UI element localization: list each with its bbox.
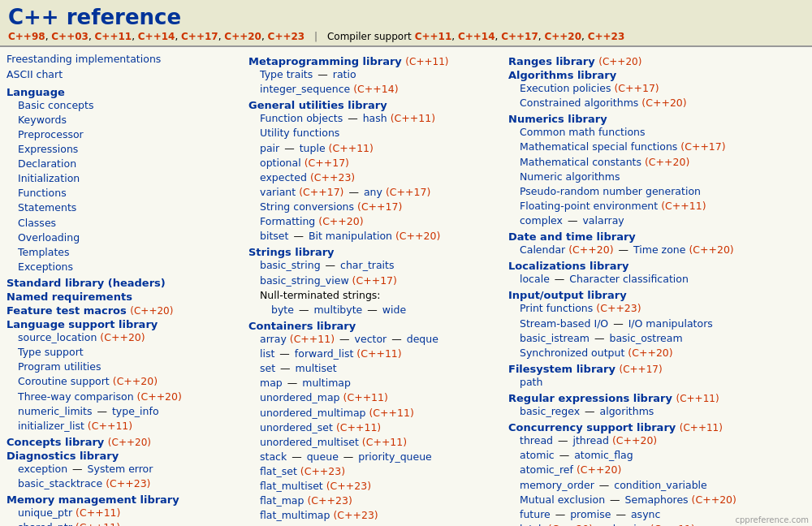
formatting-link[interactable]: Formatting (260, 215, 315, 227)
atomic-link[interactable]: atomic (520, 449, 555, 461)
expected-link[interactable]: expected (260, 171, 307, 183)
filesystem-title[interactable]: Filesystem library (C++17) (508, 363, 791, 375)
timezone-link[interactable]: Time zone (633, 244, 685, 256)
basic-string-link[interactable]: basic_string (260, 259, 321, 271)
special-functions-link[interactable]: Mathematical special functions (520, 140, 677, 153)
language-title[interactable]: Language (6, 86, 237, 98)
any-link[interactable]: any (364, 186, 382, 198)
functions-link[interactable]: Functions (18, 187, 67, 199)
basic-istream-link[interactable]: basic_istream (520, 332, 590, 344)
diagnostics-title[interactable]: Diagnostics library (6, 450, 237, 462)
flat-map-link[interactable]: flat_map (260, 494, 304, 507)
datetime-title[interactable]: Date and time library (508, 231, 791, 243)
basic-stacktrace-link[interactable]: basic_stacktrace (18, 477, 102, 489)
multimap-link[interactable]: multimap (302, 377, 351, 389)
type-info-link[interactable]: type_info (112, 405, 159, 417)
initialization-link[interactable]: Initialization (18, 172, 80, 184)
multibyte-link[interactable]: multibyte (313, 304, 362, 316)
declaration-link[interactable]: Declaration (18, 157, 76, 170)
variant-link[interactable]: variant (260, 186, 296, 198)
path-link[interactable]: path (520, 376, 542, 388)
flat-multiset-link[interactable]: flat_multiset (260, 480, 323, 492)
flat-multimap-link[interactable]: flat_multimap (260, 509, 330, 521)
unordered-multiset-link[interactable]: unordered_multiset (260, 436, 359, 448)
concurrency-title[interactable]: Concurrency support library (C++11) (508, 421, 791, 433)
algorithms-title[interactable]: Algorithms library (508, 69, 791, 81)
regex-title[interactable]: Regular expressions library (C++11) (508, 392, 791, 404)
freestanding-link[interactable]: Freestanding implementations (6, 53, 161, 65)
version-link-03[interactable]: C++03 (51, 31, 89, 42)
keywords-link[interactable]: Keywords (18, 114, 67, 126)
ranges-title[interactable]: Ranges library (C++20) (508, 55, 791, 67)
compiler-link-14[interactable]: C++14 (458, 31, 495, 42)
shared-ptr-link[interactable]: shared_ptr (18, 521, 72, 526)
forward-list-link[interactable]: forward_list (295, 347, 354, 360)
version-link-98[interactable]: C++98 (8, 31, 45, 42)
type-support-link[interactable]: Type support (18, 346, 84, 358)
byte-link[interactable]: byte (271, 304, 294, 316)
io-manip-link[interactable]: I/O manipulators (628, 317, 713, 330)
semaphores-link[interactable]: Semaphores (625, 494, 689, 506)
compiler-link-11[interactable]: C++11 (415, 31, 452, 42)
queue-link[interactable]: queue (307, 451, 339, 463)
stack-link[interactable]: stack (260, 451, 287, 463)
system-error-link[interactable]: System error (88, 463, 153, 475)
classes-link[interactable]: Classes (18, 217, 56, 229)
initializer-list-link[interactable]: initializer_list (18, 420, 84, 432)
io-title[interactable]: Input/output library (508, 289, 791, 301)
fp-env-link[interactable]: Floating-point environment (520, 200, 658, 212)
string-conversions-link[interactable]: String conversions (260, 200, 354, 213)
compiler-link-17[interactable]: C++17 (501, 31, 538, 42)
memory-order-link[interactable]: memory_order (520, 479, 594, 491)
preprocessor-link[interactable]: Preprocessor (18, 128, 84, 140)
print-functions-link[interactable]: Print functions (520, 302, 593, 314)
numerics-title[interactable]: Numerics library (508, 113, 791, 125)
thread-link[interactable]: thread (520, 434, 553, 446)
named-req-title[interactable]: Named requirements (6, 291, 237, 303)
expressions-link[interactable]: Expressions (18, 143, 78, 155)
basic-ostream-link[interactable]: basic_ostream (609, 332, 682, 344)
bitset-link[interactable]: bitset (260, 230, 288, 242)
jthread-link[interactable]: jthread (572, 434, 608, 446)
version-link-11[interactable]: C++11 (95, 31, 132, 42)
localizations-title[interactable]: Localizations library (508, 260, 791, 272)
numeric-alg-link[interactable]: Numeric algorithms (520, 170, 620, 183)
source-location-link[interactable]: source_location (18, 331, 97, 343)
array-link[interactable]: array (260, 333, 287, 345)
ascii-chart-link[interactable]: ASCII chart (6, 68, 63, 80)
pair-link[interactable]: pair (260, 142, 279, 154)
numeric-limits-link[interactable]: numeric_limits (18, 405, 92, 417)
prng-link[interactable]: Pseudo-random number generation (520, 185, 701, 197)
unordered-map-link[interactable]: unordered_map (260, 391, 340, 403)
atomic-ref-link[interactable]: atomic_ref (520, 463, 573, 476)
basic-string-view-link[interactable]: basic_string_view (260, 274, 349, 287)
basic-concepts-link[interactable]: Basic concepts (18, 99, 93, 111)
locale-link[interactable]: locale (520, 273, 550, 285)
latch-link[interactable]: latch (520, 523, 545, 526)
exec-policies-link[interactable]: Execution policies (520, 82, 611, 94)
async-link[interactable]: async (631, 508, 660, 520)
atomic-flag-link[interactable]: atomic_flag (574, 449, 633, 461)
concepts-title[interactable]: Concepts library (C++20) (6, 436, 237, 448)
constrained-alg-link[interactable]: Constrained algorithms (520, 97, 638, 109)
version-link-23[interactable]: C++23 (268, 31, 305, 42)
basic-regex-link[interactable]: basic_regex (520, 405, 580, 417)
program-utilities-link[interactable]: Program utilities (18, 360, 102, 373)
common-math-link[interactable]: Common math functions (520, 126, 645, 138)
valarray-link[interactable]: valarray (582, 214, 624, 226)
feature-test-title[interactable]: Feature test macros (C++20) (6, 304, 237, 317)
metaprog-title[interactable]: Metaprogramming library (C++11) (248, 55, 499, 67)
bit-manip-link[interactable]: Bit manipulation (309, 230, 392, 242)
exceptions-link[interactable]: Exceptions (18, 261, 73, 273)
char-class-link[interactable]: Character classification (569, 273, 689, 285)
wide-link[interactable]: wide (382, 304, 406, 316)
priority-queue-link[interactable]: priority_queue (358, 451, 432, 463)
flat-set-link[interactable]: flat_set (260, 465, 297, 477)
compiler-link-23[interactable]: C++23 (588, 31, 625, 42)
multiset-link[interactable]: multiset (296, 362, 337, 374)
compiler-link-20[interactable]: C++20 (544, 31, 581, 42)
tuple-link[interactable]: tuple (300, 142, 326, 154)
integer-sequence-link[interactable]: integer_sequence (260, 83, 350, 95)
unordered-multimap-link[interactable]: unordered_multimap (260, 407, 366, 419)
stdlib-title[interactable]: Standard library (headers) (6, 277, 237, 289)
